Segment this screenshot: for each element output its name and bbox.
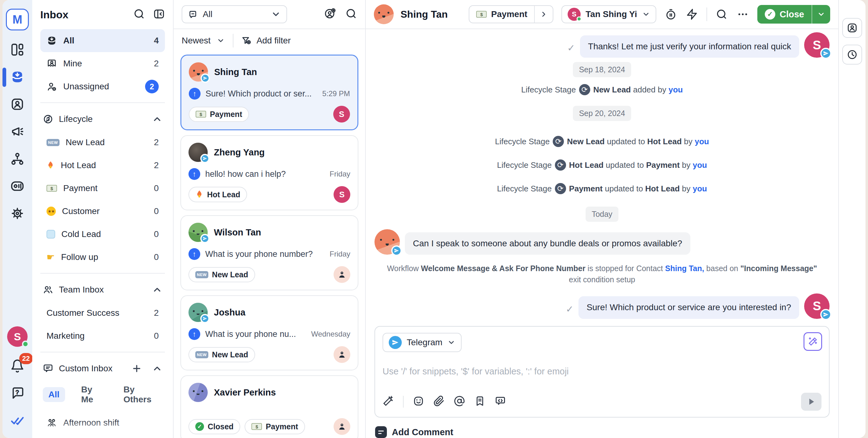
tag-new-lead[interactable]: NEWNew Lead <box>188 347 255 362</box>
sidebar-item-follow-up[interactable]: ☛ Follow up 0 <box>40 246 165 269</box>
sidebar-item-mine[interactable]: Mine 2 <box>40 52 165 75</box>
sidebar-search-icon[interactable] <box>133 8 145 21</box>
activity-history-button[interactable] <box>842 45 862 64</box>
shortcuts-icon[interactable] <box>685 8 699 21</box>
tab-by-me[interactable]: By Me <box>75 382 107 407</box>
sidebar-item-marketing[interactable]: Marketing 0 <box>40 324 165 347</box>
sidebar-item-hot-lead[interactable]: Hot Lead 2 <box>40 154 165 177</box>
workspace-logo[interactable]: M <box>6 9 29 30</box>
assignee-name: Tan Shing Yi <box>586 9 637 19</box>
notifications-bell-icon[interactable]: 22 <box>9 358 25 374</box>
nav-rail: M S 22 <box>2 0 32 438</box>
add-filter-button[interactable]: Add filter <box>242 35 291 46</box>
sidebar-item-label: Customer <box>62 206 99 216</box>
tag-payment[interactable]: $Payment <box>189 107 249 122</box>
attachment-icon[interactable] <box>433 396 444 408</box>
divider <box>40 273 165 273</box>
actor-link[interactable]: you <box>669 85 683 95</box>
channel-selector[interactable]: Telegram <box>382 333 462 352</box>
sidebar-item-customer[interactable]: ★ ★ Customer 0 <box>40 200 165 223</box>
close-options-button[interactable] <box>812 5 830 24</box>
ai-assist-button[interactable] <box>804 332 822 351</box>
contact-details-button[interactable] <box>842 18 862 38</box>
chevron-down-icon <box>447 339 455 347</box>
tag-payment[interactable]: $Payment <box>245 419 305 434</box>
section-team-inbox[interactable]: Team Inbox <box>40 278 165 301</box>
more-options-icon[interactable] <box>736 8 749 21</box>
inbox-icon[interactable] <box>9 69 25 85</box>
add-filter-label: Add filter <box>256 36 291 46</box>
collapse-panel-icon[interactable] <box>153 8 165 21</box>
add-comment-button[interactable]: Add Comment <box>366 417 838 438</box>
close-conversation-button[interactable]: ✓Close <box>757 5 830 24</box>
actor-link[interactable]: you <box>693 184 707 194</box>
section-custom-inbox[interactable]: Custom Inbox <box>40 357 165 380</box>
mark-done-icon[interactable] <box>9 413 25 429</box>
lifecycle-stage-button[interactable]: $Payment <box>469 5 553 23</box>
contact-name: Shing Tan <box>214 67 257 77</box>
conversation-card-zheng-yang[interactable]: Zheng Yang ↑ hello! how can i help? Frid… <box>180 135 359 210</box>
conversation-card-xavier-perkins[interactable]: Xavier Perkins ✓Closed $Payment <box>180 375 359 438</box>
mention-icon[interactable] <box>454 396 465 408</box>
emoji-icon[interactable] <box>413 396 424 408</box>
sidebar-item-customer-success[interactable]: Customer Success 2 <box>40 301 165 324</box>
search-conversations-icon[interactable] <box>345 8 357 21</box>
sidebar-item-new-lead[interactable]: NEW New Lead 2 <box>40 131 165 154</box>
tag-closed[interactable]: ✓Closed <box>188 419 240 434</box>
add-custom-inbox-icon[interactable] <box>131 363 142 374</box>
dashboard-icon[interactable] <box>9 41 25 58</box>
snooze-icon[interactable] <box>664 8 677 21</box>
conversation-card-shing-tan[interactable]: Shing Tan ↑ Sure! Which product or ser..… <box>180 55 359 130</box>
contacts-icon[interactable] <box>9 96 25 112</box>
outgoing-message: ✓ Sure! Which product or service are you… <box>374 293 830 319</box>
snippet-icon[interactable] <box>474 396 486 408</box>
section-label: Lifecycle <box>59 114 93 124</box>
divider <box>40 352 165 352</box>
message-composer: Telegram Use '/' for snippets, '$' for v… <box>374 326 830 417</box>
conversation-card-wilson-tan[interactable]: Wilson Tan ↑ What is your phone number? … <box>180 215 359 290</box>
ai-prompt-icon[interactable] <box>382 396 394 408</box>
sidebar-item-unassigned[interactable]: Unassigned 2 <box>40 75 165 98</box>
tag-new-lead[interactable]: NEWNew Lead <box>188 267 255 282</box>
settings-icon[interactable] <box>9 205 25 222</box>
sidebar-item-all[interactable]: All 4 <box>40 29 165 52</box>
next-stage-button[interactable] <box>534 6 553 23</box>
add-contact-icon[interactable] <box>324 8 336 21</box>
broadcast-icon[interactable] <box>9 123 25 140</box>
contact-link[interactable]: Shing Tan, <box>665 264 704 273</box>
tag-hot-lead[interactable]: Hot Lead <box>188 187 247 202</box>
chat-contact-avatar[interactable] <box>374 4 394 24</box>
user-avatar[interactable]: S <box>7 326 28 347</box>
tab-all[interactable]: All <box>43 387 65 402</box>
sort-dropdown[interactable]: Newest <box>182 36 225 46</box>
sidebar-item-cold-lead[interactable]: Cold Lead 0 <box>40 223 165 246</box>
conversation-card-joshua[interactable]: Joshua ↑ What is your phone nu... Wednes… <box>180 295 359 370</box>
workflows-icon[interactable] <box>9 151 25 167</box>
chevron-up-icon <box>152 114 162 124</box>
actor-link[interactable]: you <box>693 160 707 170</box>
pointing-hand-icon: ☛ <box>46 253 55 262</box>
assignee-dropdown[interactable]: S Tan Shing Yi <box>561 5 656 23</box>
conversation-filter-dropdown[interactable]: All <box>182 5 287 23</box>
chevron-down-icon <box>271 9 281 19</box>
contact-avatar <box>189 62 208 82</box>
actor-link[interactable]: you <box>695 137 709 146</box>
sidebar-item-payment[interactable]: $ Payment 0 <box>40 177 165 200</box>
divider <box>707 7 707 21</box>
reports-icon[interactable] <box>9 178 25 194</box>
new-lead-icon: NEW <box>195 271 208 278</box>
star-eyes-icon: ★ ★ <box>46 207 56 216</box>
help-icon[interactable]: ? <box>9 385 25 401</box>
tab-by-others[interactable]: By Others <box>118 382 162 407</box>
code-snippet-icon[interactable] <box>495 396 506 408</box>
chat-header: Shing Tan $Payment S Tan Shing Yi ✓Close <box>366 0 838 29</box>
sidebar-item-afternoon-shift[interactable]: Afternoon shift <box>40 411 165 434</box>
send-button[interactable] <box>801 393 822 411</box>
composer-input[interactable]: Use '/' for snippets, '$' for variables,… <box>382 366 822 377</box>
sidebar-item-count: 0 <box>154 229 159 239</box>
sidebar-item-morning-shift[interactable]: Morning shift <box>40 434 165 438</box>
comment-icon <box>375 426 387 438</box>
search-messages-icon[interactable] <box>715 8 728 21</box>
section-lifecycle[interactable]: Lifecycle <box>40 107 165 131</box>
divider <box>403 396 404 408</box>
